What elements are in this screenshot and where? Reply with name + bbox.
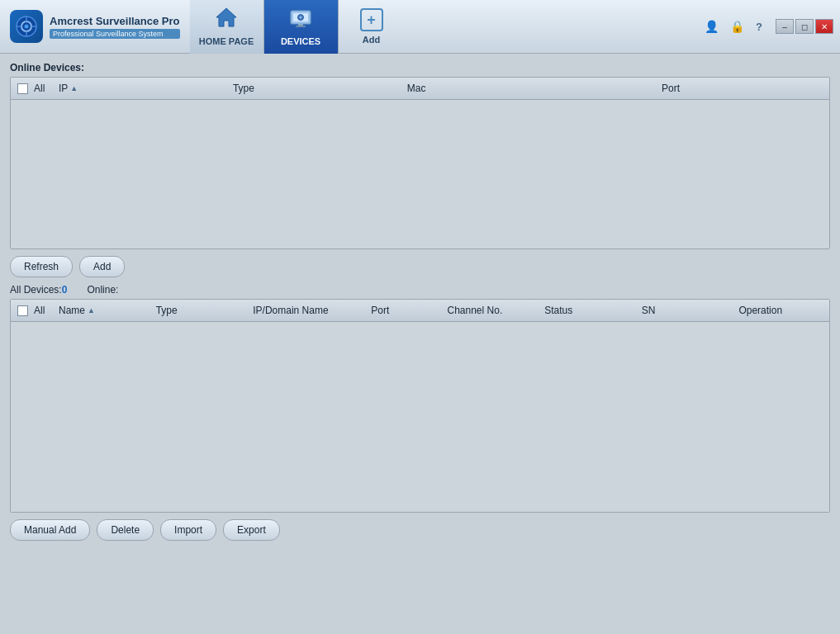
svg-point-11 [300, 17, 302, 19]
titlebar: Amcrest Surveillance Pro Professional Su… [0, 0, 840, 54]
lock-icon[interactable]: 🔒 [727, 18, 747, 35]
online-table-header: All IP ▲ Type Mac Port [11, 78, 829, 100]
all-col-sn: SN [635, 300, 733, 321]
restore-button[interactable]: ◻ [795, 19, 814, 34]
all-devices-count: 0 [62, 284, 68, 296]
devices-icon [288, 7, 313, 33]
app-logo: Amcrest Surveillance Pro Professional Su… [0, 10, 190, 43]
name-sort-icon: ▲ [88, 306, 95, 315]
delete-button[interactable]: Delete [97, 519, 154, 541]
online-col-type: Type [226, 78, 401, 99]
export-button[interactable]: Export [223, 519, 280, 541]
help-icon[interactable]: ? [752, 19, 766, 35]
window-controls: – ◻ ✕ [776, 19, 833, 34]
all-col-all: All [11, 300, 52, 321]
all-col-operation: Operation [732, 300, 829, 321]
online-col-ip[interactable]: IP ▲ [52, 78, 226, 99]
all-table-body [11, 322, 829, 512]
app-title: Amcrest Surveillance Pro [50, 15, 180, 27]
nav-tabs: HOME PAGE DEVICES + Add [190, 0, 405, 54]
close-button[interactable]: ✕ [815, 19, 833, 34]
refresh-button[interactable]: Refresh [10, 256, 73, 277]
all-col-status: Status [538, 300, 635, 321]
tab-devices[interactable]: DEVICES [264, 0, 339, 54]
add-plus-icon: + [360, 8, 383, 31]
main-content: Online Devices: All IP ▲ Type Mac Port R… [0, 54, 840, 634]
all-select-all-checkbox[interactable] [17, 305, 28, 316]
online-table-body [11, 100, 829, 248]
tab-home-label: HOME PAGE [199, 36, 254, 46]
all-btn-row: Manual Add Delete Import Export [10, 519, 830, 541]
tab-add-label: Add [363, 35, 380, 45]
svg-marker-7 [216, 8, 236, 26]
svg-rect-13 [296, 26, 306, 27]
all-col-type: Type [149, 300, 247, 321]
titlebar-right: 👤 🔒 ? – ◻ ✕ [701, 18, 840, 35]
all-col-port: Port [364, 300, 440, 321]
online-devices-table: All IP ▲ Type Mac Port [10, 77, 830, 249]
app-subtitle: Professional Surveillance System [50, 29, 180, 39]
user-icon[interactable]: 👤 [701, 18, 722, 35]
import-button[interactable]: Import [160, 519, 216, 541]
online-btn-row: Refresh Add [10, 256, 830, 277]
all-col-channel: Channel No. [441, 300, 539, 321]
online-add-button[interactable]: Add [79, 256, 125, 277]
manual-add-button[interactable]: Manual Add [10, 519, 90, 541]
all-table-header: All Name ▲ Type IP/Domain Name Port Chan… [11, 300, 829, 322]
minimize-button[interactable]: – [776, 19, 794, 34]
svg-point-2 [25, 25, 29, 29]
tab-devices-label: DEVICES [281, 36, 320, 46]
online-col-all: All [11, 78, 52, 99]
app-title-block: Amcrest Surveillance Pro Professional Su… [50, 15, 180, 39]
all-devices-table: All Name ▲ Type IP/Domain Name Port Chan… [10, 299, 830, 513]
all-col-ip: IP/Domain Name [246, 300, 364, 321]
online-devices-label: Online Devices: [10, 62, 830, 73]
tab-add[interactable]: + Add [339, 0, 405, 54]
all-devices-label-row: All Devices:0 Online: [10, 284, 830, 296]
online-col-port: Port [655, 78, 829, 99]
home-icon [215, 7, 238, 33]
all-devices-prefix: All Devices: [10, 284, 62, 296]
online-label: Online: [87, 284, 118, 296]
ip-sort-icon: ▲ [70, 84, 78, 92]
all-col-name[interactable]: Name ▲ [52, 300, 149, 321]
tab-home[interactable]: HOME PAGE [190, 0, 264, 54]
online-select-all-checkbox[interactable] [17, 83, 28, 94]
online-col-mac: Mac [401, 78, 655, 99]
logo-icon [10, 10, 43, 43]
